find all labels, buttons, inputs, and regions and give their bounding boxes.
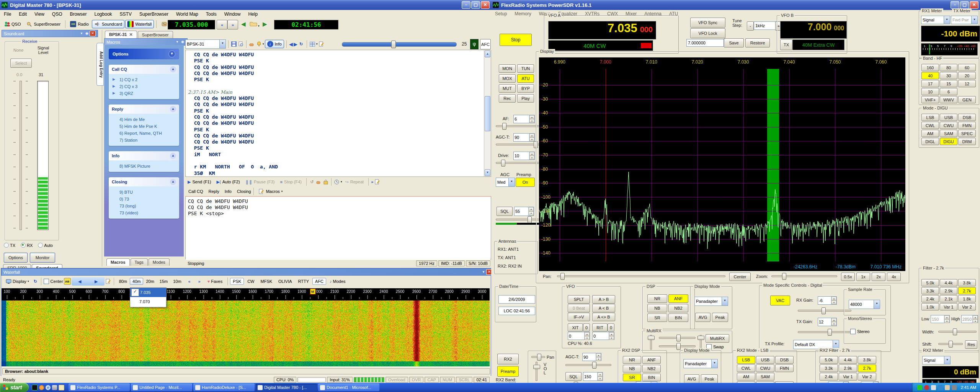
rx-scrollbar[interactable]: ▲ ▼ — [484, 50, 491, 176]
dm780-menu-item[interactable]: World Map — [176, 11, 198, 17]
band-select-button[interactable]: 20 — [958, 72, 976, 79]
tx-radio[interactable]: TX — [4, 243, 15, 248]
macro-section-header[interactable]: Reply▲ — [109, 105, 179, 114]
rx2-mode-button[interactable]: FMN — [775, 364, 794, 372]
dsp-button[interactable]: SR — [647, 314, 667, 322]
sdr-left-button[interactable]: TUN — [517, 64, 534, 73]
panel-pin-icon[interactable]: ◉ — [84, 31, 90, 36]
macro-section-header[interactable]: Closing▲ — [109, 177, 179, 186]
freq-down-button[interactable]: « — [217, 20, 227, 29]
freq-option-selected[interactable]: 7.035 — [140, 290, 151, 295]
chevron-up-icon[interactable]: ▲ — [170, 179, 176, 185]
peak-button[interactable]: Peak — [712, 313, 728, 322]
xit-zero-button[interactable]: 0 — [583, 323, 590, 332]
macro-tab[interactable]: Info — [225, 189, 232, 194]
dsp-button[interactable]: ANF — [668, 294, 688, 303]
tx-text-area[interactable]: CQ CQ de W4DFU W4DFUCQ CQ de W4DFU W4DFU… — [185, 196, 491, 260]
layout-icon[interactable] — [309, 41, 315, 47]
macro-item[interactable]: 5) Him de Me Pse K — [109, 123, 179, 130]
wf-ab-icon[interactable]: AB — [64, 278, 71, 285]
rx2-sql-button[interactable]: SQL — [565, 372, 581, 381]
rx2-button[interactable]: RX2 — [497, 354, 519, 364]
filter-width-slider[interactable] — [938, 328, 977, 335]
multirx-pan-slider-right[interactable] — [697, 335, 704, 350]
vfo-lock-button[interactable]: VFO Lock — [690, 28, 725, 38]
drive-spinner[interactable]: 10▲▼ — [513, 152, 535, 160]
nav-forward-icon[interactable]: ▶ — [263, 21, 267, 28]
filter-high-spinner[interactable]: 2850▲▼ — [961, 315, 978, 323]
sql-spinner[interactable]: 55▲▼ — [514, 207, 534, 216]
pan-slider[interactable] — [557, 273, 725, 279]
select-input-button[interactable]: Select — [10, 59, 32, 68]
macro-item[interactable]: 1) CQ x 2 — [109, 76, 179, 83]
refresh-icon[interactable]: ↻ — [298, 41, 304, 47]
rx2-peak-button[interactable]: Peak — [701, 374, 718, 384]
sql-button[interactable]: SQL — [497, 207, 513, 216]
rx2-sql-spinner[interactable]: 150▲▼ — [583, 372, 603, 381]
auto-radio[interactable]: Auto — [38, 243, 53, 248]
macro-item[interactable]: 8) MFSK Picture — [109, 163, 179, 170]
dm780-menu-item[interactable]: File — [4, 11, 11, 17]
mode-select-button[interactable]: SPEC — [958, 130, 976, 137]
rx2-dsp-button[interactable]: SR — [623, 374, 641, 381]
vfo-b-display[interactable]: 7.000 000 — [780, 21, 847, 39]
mode-select-button[interactable]: LSB — [921, 114, 939, 121]
waterfall-menu-icon[interactable]: ▾ — [481, 270, 486, 274]
rx2-mode-button[interactable]: USB — [756, 356, 774, 364]
rx2-mode-button[interactable]: LSB — [737, 356, 755, 364]
rx2-filter-button[interactable]: 2.9k — [839, 364, 857, 372]
rit-spinner[interactable]: 0▲▼ — [592, 332, 614, 340]
saved-frequency-field[interactable]: 7.000000 — [686, 39, 724, 47]
mode-select-button[interactable]: SAM — [940, 130, 957, 137]
rx2-filter-button[interactable]: Var 2 — [858, 373, 876, 381]
zoom-preset-button[interactable]: 4x — [887, 273, 901, 281]
band-select-button[interactable]: WWV — [940, 96, 957, 103]
tray-volume-icon[interactable] — [945, 385, 950, 390]
a-to-b-button[interactable]: A > B — [592, 295, 615, 304]
powersdr-menu-item[interactable]: Memory — [514, 11, 531, 16]
dm780-menu-item[interactable]: Edit — [19, 11, 27, 17]
rx2-dsp-button[interactable]: NR — [623, 356, 641, 364]
rx2-mode-button[interactable]: AM — [737, 373, 755, 381]
macro-item[interactable]: 6) Report, Name, QTH — [109, 130, 179, 137]
rx2-avg-button[interactable]: AVG — [684, 374, 699, 384]
band-select-button[interactable]: 40 — [921, 72, 939, 79]
xit-button[interactable]: XIT — [568, 323, 583, 332]
rx2-dsp-button[interactable]: NB — [623, 365, 641, 372]
zero-beat-button[interactable]: 0 Beat — [568, 304, 590, 312]
taskbar-window-button[interactable]: Untitled Page - Mozil... — [131, 384, 192, 391]
rx-text-area[interactable]: CQ CQ de W4DFU W4DFU PSE K CQ CQ de W4DF… — [185, 50, 491, 177]
center-button[interactable]: Center — [729, 273, 751, 281]
rx1-meter-combo[interactable]: Signal▼ — [921, 16, 950, 24]
vfo-a-display[interactable]: 7.035 000 — [548, 21, 656, 39]
dsp-button[interactable]: NR — [647, 294, 667, 303]
rx2-meter-combo[interactable]: Signal▼ — [922, 356, 951, 364]
qso-button[interactable]: QSO — [2, 20, 23, 28]
macro-section-header[interactable]: Info▲ — [109, 151, 179, 160]
tab-close-icon[interactable]: ✕ — [129, 32, 133, 37]
band-select-button[interactable]: 60 — [958, 64, 976, 71]
sdr-left-button[interactable]: BYP — [517, 84, 534, 93]
band-select-button[interactable]: 160 — [921, 64, 939, 71]
rx2-mode-button[interactable]: SAM — [756, 373, 774, 381]
panel-close-icon[interactable]: ✕ — [90, 31, 96, 36]
rx2-filter-button[interactable]: Var 1 — [839, 373, 857, 381]
send-button[interactable]: ▶Send (F1) — [185, 178, 213, 186]
squelch-slider[interactable] — [342, 41, 457, 47]
band-button[interactable]: 15m — [157, 278, 170, 285]
chevron-more-icon[interactable]: » — [371, 180, 373, 184]
rx2-filter-button[interactable]: 2.7k — [858, 364, 876, 372]
preamp-button[interactable]: On — [516, 178, 535, 187]
rx2-volume-slider[interactable] — [533, 362, 540, 381]
powersdr-minimize-icon[interactable]: – — [951, 1, 959, 9]
add-log-entry-tab[interactable]: Add Log Entry — [96, 43, 104, 86]
mode-select-button[interactable]: USB — [940, 114, 957, 121]
agc-combo[interactable]: Med▼ — [496, 178, 515, 187]
macros-menu-button[interactable]: Macros▾ — [256, 187, 285, 196]
macros-pin-icon[interactable]: ◉ — [180, 39, 185, 44]
dm780-menu-item[interactable]: QSO — [52, 11, 62, 17]
rx2-filter-button[interactable]: 2.4k — [820, 373, 838, 381]
rx2-mode-button[interactable]: DSB — [775, 356, 794, 364]
filter-select-button[interactable]: 1.0k — [921, 303, 939, 310]
powersdr-menu-item[interactable]: Setup — [495, 11, 507, 16]
